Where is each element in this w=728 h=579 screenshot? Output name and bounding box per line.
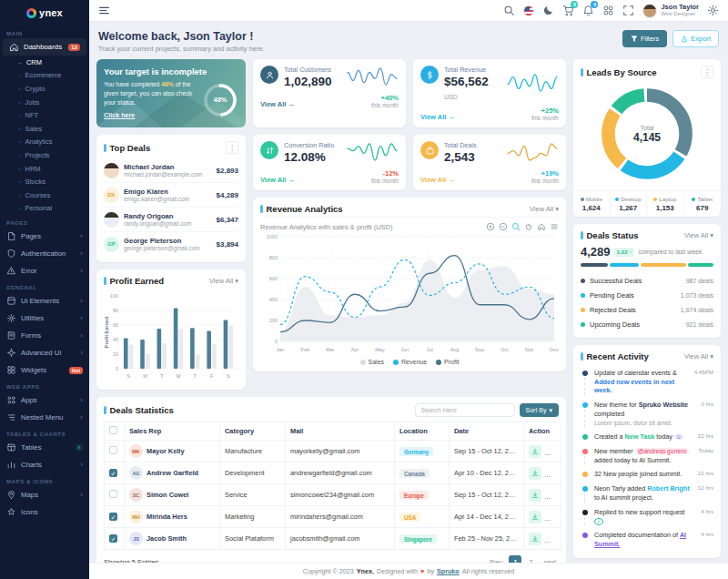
sidebar-subitem-crypto[interactable]: ◦Crypto [0, 82, 89, 96]
sidebar-subitem-sales[interactable]: ◦Sales [0, 122, 89, 136]
status-bar-segment [641, 263, 686, 267]
svg-text:Jul: Jul [427, 347, 433, 352]
notifications-bell-icon[interactable]: 0 [582, 5, 594, 16]
row-checkbox[interactable] [109, 490, 117, 498]
selection-zoom-icon[interactable] [511, 222, 521, 231]
view-all-link[interactable]: View All → [420, 113, 455, 121]
top-deal-row[interactable]: EKEmigo Kiarenemigo.kiaren@gmail.com$4,2… [104, 182, 238, 207]
sidebar-subitem-courses[interactable]: ◦Courses [0, 188, 89, 202]
brand-logo-icon [26, 8, 36, 18]
sidebar-item-ui-elements[interactable]: Ui Elements› [0, 292, 89, 310]
deal-avatar: GP [104, 237, 119, 252]
sidebar-subitem-nft[interactable]: ◦NFT [0, 108, 89, 122]
search-input[interactable] [415, 403, 515, 417]
sidebar-item-pages[interactable]: Pages› [0, 228, 89, 245]
legend-item-profit[interactable]: Profit [436, 359, 459, 365]
sidebar-item-widgets[interactable]: WidgetsHot [0, 361, 89, 379]
cart-icon[interactable]: 5 [562, 5, 574, 16]
svg-text:60: 60 [113, 322, 118, 328]
top-deal-row[interactable]: Randy Origoanrandy.origoan@gmail.com$6,3… [104, 207, 238, 231]
panning-icon[interactable] [524, 222, 533, 231]
download-action-button[interactable] [529, 489, 541, 502]
top-deal-row[interactable]: GPGeorge Pietersongeorge.pieterson@gmail… [104, 231, 238, 256]
view-all-link[interactable]: View All → [260, 100, 295, 108]
brand-logo[interactable]: ynex [0, 0, 89, 25]
chart-menu-icon[interactable] [550, 222, 559, 231]
sidebar-item-charts[interactable]: Charts› [0, 456, 89, 473]
sidebar-subitem-personal[interactable]: ◦Personal [0, 202, 89, 216]
legend-item-sales[interactable]: Sales [360, 359, 385, 365]
filters-button[interactable]: Filters [622, 30, 667, 47]
view-all-link[interactable]: View All → [260, 176, 295, 184]
sidebar-subitem-label: HRM [25, 165, 40, 173]
sidebar-subitem-analytics[interactable]: ◦Analytics [0, 136, 89, 149]
activity-item: Created a New Task today ☺ 22 hrs [581, 430, 713, 444]
legend-item-revenue[interactable]: Revenue [393, 359, 427, 365]
row-checkbox[interactable]: ✓ [109, 534, 117, 543]
dark-mode-icon[interactable] [542, 5, 554, 16]
sidebar-item-error[interactable]: Error› [0, 262, 89, 279]
sidebar-subitem-jobs[interactable]: ◦Jobs [0, 96, 89, 109]
profit-view-all-dropdown[interactable]: View All ▾ [209, 277, 238, 285]
sidebar-item-apps[interactable]: Apps› [0, 391, 89, 409]
deals-status-view-all-dropdown[interactable]: View All ▾ [684, 231, 713, 239]
view-all-link[interactable]: View All → [420, 176, 455, 184]
top-deals-kebab-icon[interactable]: ⋮ [226, 141, 238, 154]
user-profile[interactable]: Json Taylor Web Designer [642, 4, 699, 18]
select-all-checkbox[interactable] [109, 426, 117, 434]
svg-text:T: T [194, 373, 197, 379]
revenue-view-all-dropdown[interactable]: View All ▾ [530, 205, 559, 213]
sidebar-subitem-hrm[interactable]: ◦HRM [0, 162, 89, 176]
sidebar-subitem-stocks[interactable]: ◦Stocks [0, 175, 89, 188]
sidebar-subitem-crm[interactable]: –CRM [0, 56, 89, 69]
sidebar-item-dashboards[interactable]: Dashboards12 [3, 38, 86, 56]
cell-date: Sep 15 - Oct 12, 2023 [450, 484, 524, 506]
export-button[interactable]: Export [672, 30, 719, 47]
sidebar-item-advanced-ui[interactable]: Advanced Ui› [0, 344, 89, 361]
download-action-button[interactable] [529, 533, 541, 545]
sidebar-item-forms[interactable]: Forms› [0, 327, 89, 344]
row-checkbox[interactable]: ✓ [109, 513, 117, 521]
reset-home-icon[interactable] [537, 222, 546, 231]
row-checkbox[interactable]: ✓ [109, 469, 117, 477]
chevron-right-icon: › [80, 397, 83, 404]
sidebar-subitem-projects[interactable]: ◦Projects [0, 148, 89, 162]
row-checkbox[interactable] [109, 446, 117, 454]
deal-name: Randy Origoan [124, 212, 191, 220]
leads-legend-desktop: Desktop1,267 [611, 191, 648, 217]
activity-view-all-dropdown[interactable]: View All ▾ [684, 352, 713, 361]
top-deal-row[interactable]: Michael Jordanmichael.jordan@example.com… [104, 158, 238, 182]
zoom-out-icon[interactable] [499, 222, 508, 231]
sort-by-button[interactable]: Sort By ▾ [520, 403, 559, 417]
target-click-here-link[interactable]: Click here [104, 111, 135, 120]
sidebar-item-utilities[interactable]: Utilities› [0, 310, 89, 327]
settings-gear-icon[interactable] [707, 5, 719, 16]
page-title: Welcome back, Json Taylor ! [98, 30, 265, 43]
briefcase-stat-icon [420, 141, 439, 159]
download-action-button[interactable] [529, 511, 541, 523]
menu-toggle-icon[interactable] [98, 5, 110, 16]
sidebar-item-authentication[interactable]: Authentication› [0, 245, 89, 262]
timeline-connector [584, 378, 585, 395]
sidebar-item-tables[interactable]: Tables› [0, 439, 89, 456]
sidebar-item-maps[interactable]: Maps› [0, 486, 89, 503]
sidebar-item-nested-menu[interactable]: Nested Menu› [0, 409, 89, 426]
search-icon[interactable] [503, 5, 515, 16]
sidebar-subitem-ecommerce[interactable]: ◦Ecommerce [0, 69, 89, 83]
zoom-in-icon[interactable] [486, 222, 495, 231]
language-flag-icon[interactable] [523, 5, 534, 16]
cell-date: Apr 14 - Dec 14, 2023 [450, 506, 524, 528]
spruko-link[interactable]: Spruko [437, 567, 460, 575]
fullscreen-icon[interactable] [622, 5, 634, 16]
sidebar-item-icons[interactable]: Icons [0, 503, 89, 521]
download-action-button[interactable] [529, 445, 541, 458]
leads-kebab-icon[interactable]: ⋮ [701, 66, 713, 78]
sales-rep: MHMirinda Hers [129, 510, 215, 523]
sidebar-item-label: Dashboards [24, 43, 62, 51]
apps-grid-icon[interactable] [602, 5, 614, 16]
recent-activity-card: Recent Activity View All ▾ Update of cal… [573, 345, 721, 558]
download-action-button[interactable] [529, 467, 541, 480]
legend-dot [393, 360, 399, 365]
main-column: Your target is incomplete You have compl… [96, 59, 566, 556]
timeline-connector [584, 517, 585, 525]
